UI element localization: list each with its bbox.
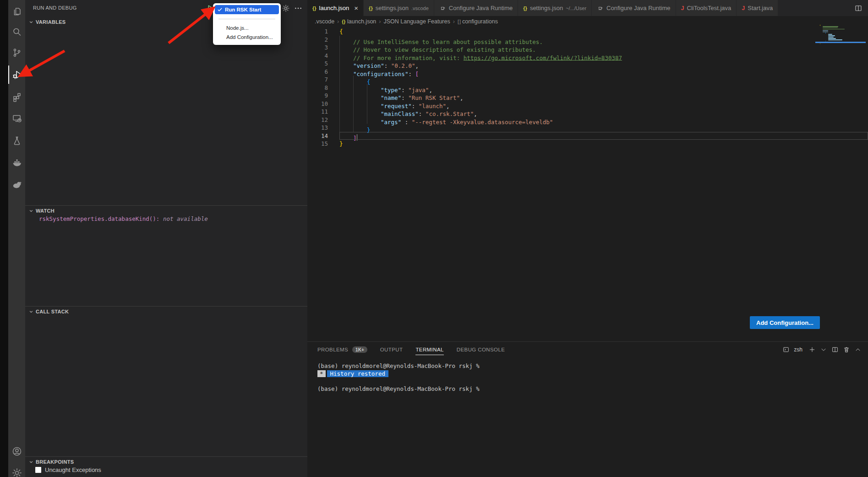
breadcrumb-item--vscode[interactable]: .vscode [315, 18, 334, 25]
panel-tab-problems[interactable]: PROBLEMS1K+ [317, 342, 367, 357]
code-line-7[interactable]: 7{ [307, 76, 868, 84]
tab-settings-json[interactable]: {}settings.json.vscode [364, 0, 434, 16]
tab-configure-java-runtime[interactable]: Configure Java Runtime [592, 0, 676, 16]
code-line-content: { [339, 76, 371, 84]
breakpoints-section-header[interactable]: BREAKPOINTS [25, 456, 307, 466]
close-icon[interactable]: × [354, 5, 358, 11]
line-number[interactable]: 10 [307, 100, 339, 108]
maximize-panel-icon[interactable] [854, 346, 862, 353]
indent-guide [339, 124, 353, 132]
terminal-line [317, 378, 868, 385]
code-line-6[interactable]: 6"configurations": [ [307, 68, 868, 76]
code-line-9[interactable]: 9"name": "Run RSK Start", [307, 92, 868, 100]
watch-expression[interactable]: rskSystemProperties.databaseKind(): not … [39, 215, 208, 222]
line-number[interactable]: 12 [307, 116, 339, 124]
line-number[interactable]: 11 [307, 108, 339, 116]
panel-tab-label: TERMINAL [415, 347, 443, 352]
tab-launch-json[interactable]: {}launch.json× [307, 0, 364, 16]
indent-guide [339, 92, 353, 100]
breadcrumb-item-configurations[interactable]: [ ]configurations [458, 18, 498, 25]
watch-section-header[interactable]: WATCH [25, 205, 307, 215]
line-number[interactable]: 8 [307, 84, 339, 92]
code-line-content: // Use IntelliSense to learn about possi… [339, 36, 543, 44]
menu-item-node-js-[interactable]: Node.js... [215, 23, 279, 33]
tab-start-java[interactable]: JStart.java [737, 0, 778, 16]
code-line-1[interactable]: 1{ [307, 27, 868, 36]
line-number[interactable]: 13 [307, 124, 339, 132]
code-token: } [339, 140, 343, 147]
activity-run-and-debug-icon[interactable] [8, 66, 25, 84]
minimap-line [823, 32, 828, 33]
line-number[interactable]: 3 [307, 44, 339, 52]
launch-profile-chevron-icon[interactable] [820, 346, 827, 353]
code-line-3[interactable]: 3// Hover to view descriptions of existi… [307, 44, 868, 52]
indent-guide [353, 116, 367, 124]
panel-tab-label: DEBUG CONSOLE [457, 347, 505, 352]
code-editor[interactable]: 1{2// Use IntelliSense to learn about po… [307, 27, 868, 148]
code-line-10[interactable]: 10"request": "launch", [307, 100, 868, 108]
minimap-line [823, 30, 828, 31]
code-line-14[interactable]: 14] [307, 132, 868, 140]
line-number[interactable]: 6 [307, 68, 339, 76]
menu-item-run-rsk-start[interactable]: Run RSK Start [215, 5, 279, 14]
split-terminal-icon[interactable] [831, 346, 839, 353]
code-line-2[interactable]: 2// Use IntelliSense to learn about poss… [307, 36, 868, 44]
code-line-15[interactable]: 15} [307, 140, 868, 148]
indent-guide [339, 132, 353, 140]
line-number[interactable]: 5 [307, 60, 339, 68]
code-line-4[interactable]: 4// For more information, visit: https:/… [307, 52, 868, 60]
tab-settings-json[interactable]: {}settings.json~/.../User [518, 0, 592, 16]
code-line-11[interactable]: 11"mainClass": "co.rsk.Start", [307, 108, 868, 116]
line-number[interactable]: 1 [307, 27, 339, 36]
activity-remote-explorer-icon[interactable] [8, 109, 25, 127]
code-line-5[interactable]: 5"version": "0.2.0", [307, 60, 868, 68]
breadcrumb-label: .vscode [315, 18, 334, 25]
new-terminal-icon[interactable] [808, 346, 816, 353]
chevron-down-icon [28, 19, 34, 25]
terminal-shell-icon[interactable] [782, 346, 790, 353]
line-number[interactable]: 9 [307, 92, 339, 100]
code-line-13[interactable]: 13} [307, 124, 868, 132]
activity-accounts-icon[interactable] [8, 442, 25, 461]
activity-testing-icon[interactable] [8, 132, 25, 150]
activity-search-icon[interactable] [8, 23, 25, 41]
activity-source-control-icon[interactable] [8, 44, 25, 62]
add-configuration-button[interactable]: Add Configuration... [750, 316, 820, 329]
panel-tab-terminal[interactable]: TERMINAL [415, 342, 443, 357]
panel-tab-output[interactable]: OUTPUT [380, 342, 403, 357]
code-line-12[interactable]: 12"args" : "--regtest -Xkeyvalue.datasou… [307, 116, 868, 124]
call-stack-section-header[interactable]: CALL STACK [25, 306, 307, 316]
minimap[interactable] [820, 25, 866, 52]
line-number[interactable]: 2 [307, 36, 339, 44]
breadcrumb-item-json-language-features[interactable]: JSON Language Features [383, 18, 450, 25]
code-line-8[interactable]: 8"type": "java", [307, 84, 868, 92]
activity-manage-icon[interactable] [8, 464, 25, 477]
panel-tab-debug-console[interactable]: DEBUG CONSOLE [457, 342, 505, 357]
split-editor-icon[interactable] [854, 0, 868, 16]
shell-name-label: zsh [794, 346, 802, 353]
line-number[interactable]: 4 [307, 52, 339, 60]
java-runtime-cup-icon [597, 5, 604, 11]
code-line-content: "name": "Run RSK Start", [339, 92, 464, 100]
tab-clitoolstest-java[interactable]: JCliToolsTest.java [676, 0, 737, 16]
breadcrumb-item-launch-json[interactable]: {}launch.json [342, 18, 376, 25]
line-number[interactable]: 14 [307, 132, 339, 140]
breakpoints-label: BREAKPOINTS [36, 459, 74, 465]
line-number[interactable]: 7 [307, 76, 339, 84]
indent-guide [353, 108, 367, 116]
line-number[interactable]: 15 [307, 140, 339, 148]
breakpoint-uncaught-exceptions[interactable]: Uncaught Exceptions [35, 466, 101, 473]
gear-icon[interactable] [282, 4, 290, 12]
more-actions-icon[interactable] [294, 4, 302, 12]
activity-extensions-icon[interactable] [8, 88, 25, 106]
kill-terminal-icon[interactable] [843, 346, 850, 353]
checkbox[interactable] [35, 467, 41, 473]
activity-explorer-icon[interactable] [8, 2, 25, 21]
code-token: { [339, 28, 343, 35]
menu-item-add-configuration-[interactable]: Add Configuration... [215, 33, 279, 42]
tab-configure-java-runtime[interactable]: Configure Java Runtime [434, 0, 518, 16]
activity-docker-icon[interactable] [8, 154, 25, 172]
code-line-content: "version": "0.2.0", [339, 60, 419, 68]
terminal-output[interactable]: (base) reynoldmorel@Reynolds-MacBook-Pro… [307, 357, 868, 393]
activity-gradle-icon[interactable] [8, 175, 25, 194]
